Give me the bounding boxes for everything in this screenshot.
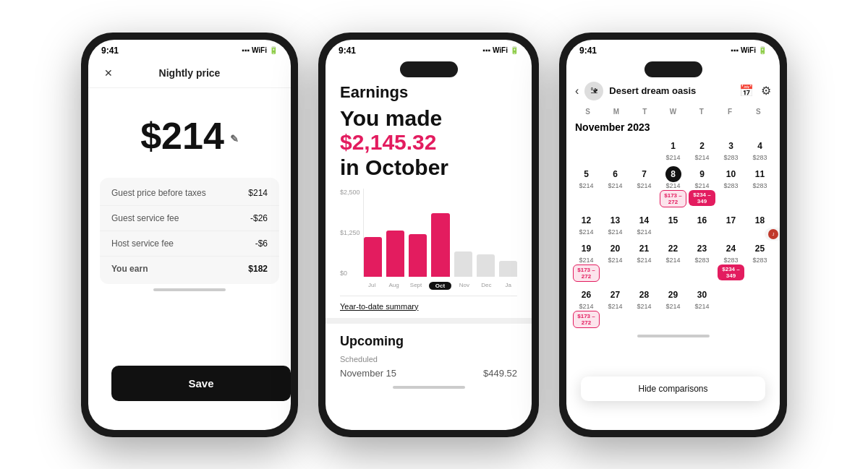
hide-comparisons-tooltip[interactable]: Hide comparisons xyxy=(581,377,765,401)
cal-day-19[interactable]: 19 $214 $173 – 272 xyxy=(572,238,600,284)
month-label: November 2023 xyxy=(566,117,780,136)
chart-bar-oct xyxy=(431,189,449,277)
cal-day-20[interactable]: 20 $214 xyxy=(601,238,629,284)
dynamic-island-2 xyxy=(400,61,458,77)
status-time-3: 9:41 xyxy=(579,46,597,56)
cal-day-29[interactable]: 29 $214 xyxy=(659,285,687,330)
cal-day-18[interactable]: 18 J Johanna xyxy=(746,210,774,238)
nav-icons: 📅 ⚙ xyxy=(739,84,771,98)
cal-day-21[interactable]: 21 $214 xyxy=(630,238,658,284)
x-label-nov: Nov xyxy=(456,282,473,290)
x-label-jan: Ja xyxy=(500,282,517,290)
status-icons-1: ▪▪▪ WiFi 🔋 xyxy=(242,46,278,54)
status-icons-3: ▪▪▪ WiFi 🔋 xyxy=(731,46,767,54)
home-indicator-1 xyxy=(153,288,226,291)
status-time-2: 9:41 xyxy=(339,46,356,56)
x-label-aug: Aug xyxy=(385,282,402,290)
phone-1-screen: 9:41 ▪▪▪ WiFi 🔋 ✕ Nightly price $214 ✎ xyxy=(88,40,291,430)
cal-day-6[interactable]: 6 $214 xyxy=(601,164,629,210)
cal-day-12[interactable]: 12 $214 xyxy=(572,210,600,238)
you-earn-value: $182 xyxy=(248,264,268,274)
cal-day-28[interactable]: 28 $214 xyxy=(630,285,658,330)
wifi-icon-2: WiFi xyxy=(493,46,508,54)
phone-1: 9:41 ▪▪▪ WiFi 🔋 ✕ Nightly price $214 ✎ xyxy=(81,33,298,437)
battery-icon-2: 🔋 xyxy=(510,46,519,54)
cal-day-27[interactable]: 27 $214 xyxy=(601,285,629,330)
cal-day-7[interactable]: 7 $214 xyxy=(630,164,658,210)
status-bar-2: 9:41 ▪▪▪ WiFi 🔋 xyxy=(326,40,532,59)
cal-day-26[interactable]: 26 $214 $173 – 272 xyxy=(572,285,600,330)
battery-icon: 🔋 xyxy=(269,46,278,54)
chart-bar-jan xyxy=(499,189,517,277)
scheduled-amount: $449.52 xyxy=(483,368,517,379)
section-divider xyxy=(326,318,532,324)
cal-empty-1 xyxy=(572,136,600,163)
cal-day-30[interactable]: 30 $214 xyxy=(688,285,716,330)
phone-2-screen: 9:41 ▪▪▪ WiFi 🔋 Earnings You made $2,145… xyxy=(326,40,532,430)
cal-day-14[interactable]: 14 $214 xyxy=(630,210,658,238)
cal-day-25[interactable]: 25 $283 xyxy=(746,238,774,284)
cal-day-2[interactable]: 2 $214 xyxy=(688,136,716,163)
wifi-icon: WiFi xyxy=(252,46,267,54)
range-19: $173 – 272 xyxy=(573,264,600,282)
status-icons-2: ▪▪▪ WiFi 🔋 xyxy=(482,46,519,54)
upcoming-content: Upcoming Scheduled November 15 $449.52 xyxy=(326,324,532,382)
phone-2: 9:41 ▪▪▪ WiFi 🔋 Earnings You made $2,145… xyxy=(318,33,539,437)
signal-icon-2: ▪▪▪ xyxy=(482,46,490,54)
calendar-icon[interactable]: 📅 xyxy=(739,84,754,98)
cal-day-11[interactable]: 11 $283 xyxy=(746,164,774,210)
wifi-icon-3: WiFi xyxy=(741,46,756,54)
nightly-price-value[interactable]: $214 ✎ xyxy=(140,114,239,158)
you-made-text: You made $2,145.32 xyxy=(340,106,517,154)
cal-day-22[interactable]: 22 $214 xyxy=(659,238,687,284)
cal-day-23[interactable]: 23 $283 xyxy=(688,238,716,284)
cal-empty-3 xyxy=(630,136,658,163)
x-label-jul: Jul xyxy=(363,282,380,290)
edit-icon[interactable]: ✎ xyxy=(230,133,239,145)
cal-day-1[interactable]: 1 $214 xyxy=(659,136,687,163)
dynamic-island-3 xyxy=(644,61,702,77)
close-button[interactable]: ✕ xyxy=(100,64,117,82)
chart-x-axis: Jul Aug Sept Oct Nov Dec Ja xyxy=(363,282,517,290)
chart-bar-jul xyxy=(364,189,382,277)
in-october-text: in October xyxy=(340,155,517,180)
nightly-price-header: ✕ Nightly price xyxy=(88,59,291,88)
cal-day-24[interactable]: 24 $283 $234 – 349 xyxy=(717,238,745,284)
johanna-avatar: J xyxy=(768,229,778,239)
chart-bar-aug xyxy=(386,189,404,277)
status-bar-1: 9:41 ▪▪▪ WiFi 🔋 xyxy=(88,40,291,59)
ytd-summary-link[interactable]: Year-to-date summary xyxy=(340,302,517,318)
save-button[interactable]: Save xyxy=(111,366,291,401)
cal-day-15[interactable]: 15 xyxy=(659,210,687,238)
cal-day-4[interactable]: 4 $283 xyxy=(746,136,774,163)
upcoming-title: Upcoming xyxy=(340,324,517,355)
cal-day-5[interactable]: 5 $214 xyxy=(572,164,600,210)
scheduled-label: Scheduled xyxy=(340,355,517,363)
cal-day-13[interactable]: 13 $214 xyxy=(601,210,629,238)
cal-day-9[interactable]: 9 $214 $234 – 349 xyxy=(688,164,716,210)
cal-day-10[interactable]: 10 $283 xyxy=(717,164,745,210)
property-avatar: 🏜 xyxy=(584,82,603,100)
guest-fee-value: -$26 xyxy=(250,213,268,223)
cal-day-8[interactable]: 8 $214 $173 – 272 xyxy=(659,164,687,210)
settings-icon[interactable]: ⚙ xyxy=(761,84,771,98)
calendar-day-headers: S M T W T F S xyxy=(566,105,780,117)
scheduled-row: November 15 $449.52 xyxy=(340,365,517,382)
cal-day-3[interactable]: 3 $283 xyxy=(717,136,745,163)
guest-price-label: Guest price before taxes xyxy=(111,188,206,198)
back-button[interactable]: ‹ xyxy=(575,85,579,98)
x-label-oct[interactable]: Oct xyxy=(429,282,451,290)
earnings-content: Earnings You made $2,145.32 in October $… xyxy=(326,77,532,318)
calendar-nav: ‹ 🏜 Desert dream oasis 📅 ⚙ xyxy=(566,77,780,105)
guest-price-row: Guest price before taxes $214 xyxy=(100,181,279,206)
chart-bar-nov xyxy=(454,189,472,277)
x-label-dec: Dec xyxy=(477,282,495,290)
cal-day-16[interactable]: 16 xyxy=(688,210,716,238)
scheduled-date: November 15 xyxy=(340,368,396,379)
phone-3-inner: 9:41 ▪▪▪ WiFi 🔋 ‹ 🏜 Desert dream oasis 📅 xyxy=(566,40,780,430)
phones-container: 9:41 ▪▪▪ WiFi 🔋 ✕ Nightly price $214 ✎ xyxy=(0,0,868,469)
chart-y-axis: $2,500 $1,250 $0 xyxy=(340,189,360,290)
you-earn-row: You earn $182 xyxy=(100,257,279,281)
page-title: Nightly price xyxy=(159,67,221,79)
cal-day-17[interactable]: 17 xyxy=(717,210,745,238)
